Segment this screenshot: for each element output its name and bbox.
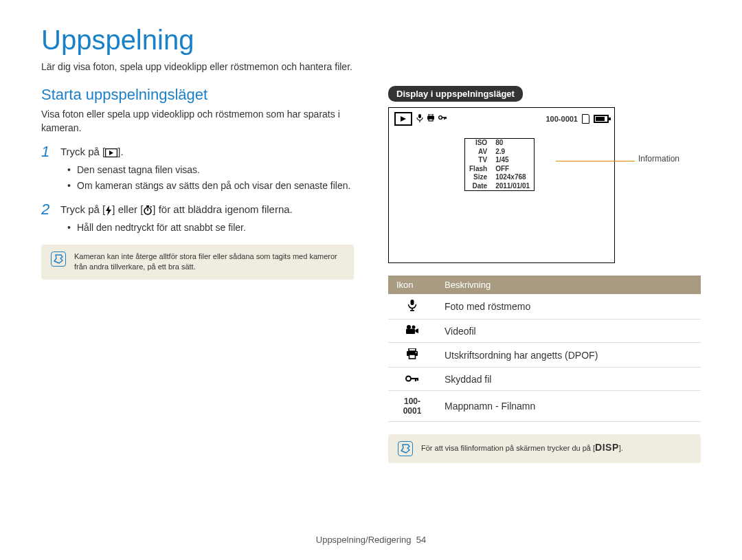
- exif-info-overlay: ISO80 AV2.9 TV1/45 FlashOFF Size1024x768…: [464, 138, 535, 191]
- svg-line-6: [150, 207, 152, 208]
- key-icon: [438, 114, 447, 124]
- intro-text: Lär dig visa foton, spela upp videoklipp…: [41, 61, 701, 72]
- page-title: Uppspelning: [41, 25, 701, 56]
- footer-section: Uppspelning/Redigering: [316, 535, 412, 545]
- bullet: Om kameran stängs av sätts den på och vi…: [67, 179, 354, 193]
- svg-rect-12: [429, 119, 433, 121]
- note-box: Kameran kan inte återge alltför stora fi…: [41, 245, 354, 280]
- display-top-bar: 100-0001: [394, 112, 609, 126]
- table-header-desc: Beskrivning: [436, 276, 701, 294]
- table-row: Foto med röstmemo: [388, 294, 701, 320]
- printer-icon: [388, 343, 436, 368]
- memory-card-icon: [582, 114, 589, 124]
- note-text: Kameran kan inte återge alltför stora fi…: [74, 251, 344, 273]
- section-heading: Starta uppspelningsläget: [41, 86, 354, 104]
- table-desc: Videofil: [436, 320, 701, 343]
- self-timer-icon: [143, 205, 153, 215]
- step-number: 2: [41, 202, 54, 217]
- svg-rect-11: [429, 114, 433, 116]
- callout-line: [556, 161, 635, 161]
- flash-icon: [105, 205, 112, 215]
- table-header-icon: Ikon: [388, 276, 436, 294]
- svg-rect-17: [411, 300, 414, 305]
- key-icon: [388, 368, 436, 391]
- step-1-bullets: Den senast tagna filen visas. Om kameran…: [67, 164, 354, 192]
- printer-icon: [427, 114, 435, 124]
- microphone-icon: [388, 294, 436, 320]
- section-paragraph: Visa foton eller spela upp videoklipp oc…: [41, 108, 354, 135]
- svg-rect-26: [409, 355, 416, 359]
- svg-marker-1: [109, 150, 113, 155]
- svg-rect-8: [418, 114, 421, 118]
- play-button-icon: [105, 148, 117, 157]
- bullet: Den senast tagna filen visas.: [67, 164, 354, 177]
- svg-rect-22: [406, 329, 415, 335]
- right-column: Display i uppspelningsläget 100-0001: [388, 86, 701, 463]
- microphone-icon: [416, 114, 423, 124]
- left-column: Starta uppspelningsläget Visa foton elle…: [41, 86, 354, 463]
- table-row: Skyddad fil: [388, 368, 701, 391]
- footer: Uppspelning/Redigering 54: [0, 535, 742, 545]
- table-desc: Mappnamn - Filnamn: [436, 391, 701, 422]
- play-mode-icon: [394, 112, 412, 126]
- display-mode-pill: Display i uppspelningsläget: [388, 86, 523, 102]
- step-text: Tryck på [] eller [] för att bläddra ige…: [60, 202, 293, 216]
- page-number: 54: [416, 535, 426, 545]
- icon-description-table: Ikon Beskrivning Foto med röstmemo Video…: [388, 276, 701, 422]
- table-row: Utskriftsordning har angetts (DPOF): [388, 343, 701, 368]
- svg-point-20: [407, 325, 411, 329]
- svg-marker-2: [106, 205, 111, 216]
- note-box: För att visa filinformation på skärmen t…: [388, 434, 701, 463]
- svg-point-13: [439, 116, 442, 120]
- table-row: 100-0001 Mappnamn - Filnamn: [388, 391, 701, 422]
- svg-point-21: [412, 326, 416, 329]
- file-index-label: 100-0001: [546, 115, 578, 123]
- svg-point-27: [416, 352, 417, 353]
- step-text: Tryck på [].: [60, 144, 124, 159]
- svg-rect-5: [146, 205, 149, 207]
- info-icon: [51, 251, 66, 267]
- display-preview-wrap: 100-0001 ISO80 AV2.9 TV1/45 FlashOFF Siz…: [388, 107, 701, 263]
- table-desc: Skyddad fil: [436, 368, 701, 391]
- display-preview: 100-0001 ISO80 AV2.9 TV1/45 FlashOFF Siz…: [388, 107, 615, 263]
- bullet: Håll den nedtryckt för att snabbt se fil…: [67, 221, 354, 235]
- info-icon: [398, 441, 413, 456]
- step-1: 1 Tryck på [].: [41, 144, 354, 159]
- svg-rect-24: [409, 348, 416, 351]
- disp-key-label: DISP: [595, 442, 619, 453]
- table-row: Videofil: [388, 320, 701, 343]
- callout-label: Information: [638, 154, 679, 164]
- movie-camera-icon: [388, 320, 436, 343]
- svg-marker-7: [401, 116, 406, 122]
- svg-marker-23: [416, 328, 419, 333]
- step-2-bullets: Håll den nedtryckt för att snabbt se fil…: [67, 221, 354, 235]
- file-index-icon: 100-0001: [388, 391, 436, 422]
- table-desc: Foto med röstmemo: [436, 294, 701, 320]
- battery-icon: [594, 115, 609, 123]
- svg-point-28: [406, 377, 411, 381]
- step-2: 2 Tryck på [] eller [] för att bläddra i…: [41, 202, 354, 217]
- table-desc: Utskriftsordning har angetts (DPOF): [436, 343, 701, 368]
- note-text: För att visa filinformation på skärmen t…: [421, 441, 623, 455]
- step-number: 1: [41, 144, 54, 159]
